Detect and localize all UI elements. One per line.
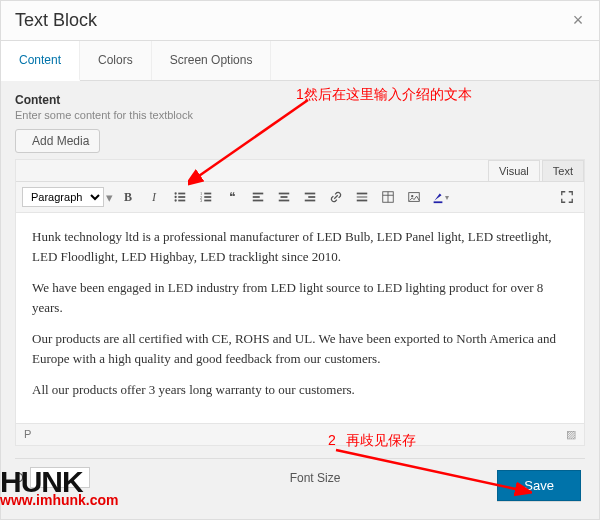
italic-button[interactable]: I: [143, 186, 165, 208]
svg-rect-21: [357, 193, 368, 195]
add-media-label: Add Media: [32, 134, 89, 148]
tab-screen-options[interactable]: Screen Options: [152, 41, 272, 80]
link-button[interactable]: [325, 186, 347, 208]
resize-handle-icon[interactable]: ▨: [566, 428, 576, 441]
svg-rect-20: [305, 200, 316, 202]
svg-point-0: [174, 192, 176, 194]
editor-content[interactable]: Hunk technology ltd is a professional ma…: [16, 213, 584, 423]
editor-mode-tabs: Visual Text: [16, 160, 584, 182]
align-left-button[interactable]: [247, 186, 269, 208]
svg-rect-15: [279, 193, 290, 195]
caret-down-icon: ▾: [106, 190, 113, 205]
svg-rect-23: [357, 200, 368, 202]
svg-rect-13: [253, 196, 260, 198]
brand-url: www.imhunk.com: [0, 492, 119, 508]
svg-rect-18: [305, 193, 316, 195]
font-size-label: Font Size: [290, 471, 341, 485]
save-button[interactable]: Save: [497, 470, 581, 501]
close-icon[interactable]: ×: [567, 9, 589, 31]
color-button[interactable]: ▾: [429, 186, 451, 208]
modal-titlebar: Text Block ×: [1, 1, 599, 41]
bold-button[interactable]: B: [117, 186, 139, 208]
brand-logo: HUNK: [0, 470, 119, 494]
svg-point-28: [411, 195, 413, 197]
text-tab[interactable]: Text: [542, 160, 584, 181]
text-block-modal: Text Block × Content Colors Screen Optio…: [0, 0, 600, 520]
svg-rect-14: [253, 200, 264, 202]
blockquote-button[interactable]: ❝: [221, 186, 243, 208]
element-path: P: [24, 428, 31, 441]
svg-rect-7: [204, 193, 211, 195]
svg-rect-5: [178, 200, 185, 202]
svg-point-2: [174, 196, 176, 198]
paragraph: All our products offer 3 years long warr…: [32, 380, 568, 400]
insert-image-button[interactable]: [403, 186, 425, 208]
visual-tab[interactable]: Visual: [488, 160, 540, 181]
svg-text:3: 3: [200, 198, 203, 203]
svg-rect-12: [253, 193, 264, 195]
svg-rect-17: [279, 200, 290, 202]
svg-rect-3: [178, 196, 185, 198]
paragraph: Our products are all certified with CE, …: [32, 329, 568, 368]
tab-colors[interactable]: Colors: [80, 41, 152, 80]
table-button[interactable]: [377, 186, 399, 208]
paragraph: Hunk technology ltd is a professional ma…: [32, 227, 568, 266]
editor-status-bar: P ▨: [16, 423, 584, 445]
insert-more-button[interactable]: [351, 186, 373, 208]
modal-body: Content Enter some content for this text…: [1, 81, 599, 508]
align-center-button[interactable]: [273, 186, 295, 208]
format-select[interactable]: Paragraph: [22, 187, 104, 207]
section-heading: Content: [15, 93, 585, 107]
svg-rect-9: [204, 196, 211, 198]
bullet-list-button[interactable]: [169, 186, 191, 208]
fullscreen-button[interactable]: [556, 186, 578, 208]
editor-toolbar: Paragraph ▾ B I 123 ❝ ▾: [16, 182, 584, 213]
rich-text-editor: Visual Text Paragraph ▾ B I 123 ❝: [15, 159, 585, 446]
svg-rect-11: [204, 200, 211, 202]
align-right-button[interactable]: [299, 186, 321, 208]
modal-title: Text Block: [15, 10, 97, 31]
svg-rect-29: [434, 201, 443, 203]
section-subtitle: Enter some content for this textblock: [15, 109, 585, 121]
svg-rect-1: [178, 193, 185, 195]
svg-rect-22: [357, 196, 368, 198]
paragraph: ........: [32, 412, 568, 424]
paragraph: We have been engaged in LED industry fro…: [32, 278, 568, 317]
tab-content[interactable]: Content: [1, 41, 80, 81]
numbered-list-button[interactable]: 123: [195, 186, 217, 208]
settings-tabs: Content Colors Screen Options: [1, 41, 599, 81]
svg-point-4: [174, 199, 176, 201]
svg-rect-16: [281, 196, 288, 198]
add-media-button[interactable]: Add Media: [15, 129, 100, 153]
svg-rect-19: [308, 196, 315, 198]
watermark: HUNK www.imhunk.com: [0, 470, 119, 508]
